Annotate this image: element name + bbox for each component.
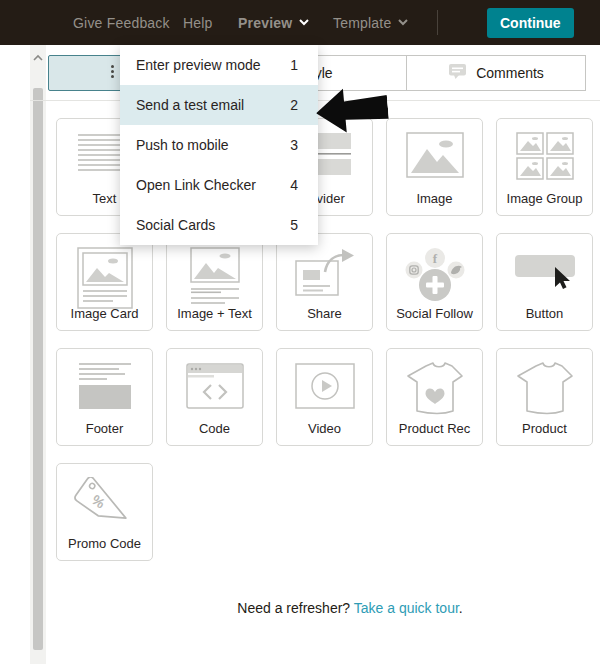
promo-tag-icon: %	[72, 477, 138, 537]
give-feedback-button[interactable]: Give Feedback	[73, 0, 170, 45]
scrollbar-thumb[interactable]	[33, 88, 43, 650]
comment-bubble-icon	[448, 63, 467, 83]
topbar-divider	[437, 10, 438, 35]
image-icon	[406, 132, 464, 178]
block-promo-code[interactable]: % Promo Code	[56, 463, 153, 561]
block-label: Image Card	[57, 306, 152, 321]
menu-item-shortcut: 2	[290, 97, 298, 113]
menu-item-shortcut: 1	[290, 57, 298, 73]
block-product-rec[interactable]: Product Rec	[386, 348, 483, 446]
scrollbar-track[interactable]	[30, 45, 46, 664]
dots-icon	[111, 65, 114, 78]
top-bar: Give Feedback Help Preview Template Cont…	[0, 0, 600, 45]
menu-item-label: Open Link Checker	[136, 177, 256, 193]
share-icon	[294, 247, 356, 299]
tab-comments[interactable]: Comments	[406, 55, 586, 91]
help-button[interactable]: Help	[183, 0, 213, 45]
tshirt-icon	[514, 362, 576, 418]
menu-item-open-link-checker[interactable]: Open Link Checker 4	[120, 165, 318, 205]
block-label: Product Rec	[387, 421, 482, 436]
image-group-icon	[516, 132, 574, 180]
menu-item-send-test-email[interactable]: Send a test email 2	[120, 85, 318, 125]
template-menu-label: Template	[333, 15, 391, 31]
menu-item-shortcut: 5	[290, 217, 298, 233]
block-image-text[interactable]: Image + Text	[166, 233, 263, 331]
menu-item-label: Enter preview mode	[136, 57, 261, 73]
block-label: Share	[277, 306, 372, 321]
tab-comments-label: Comments	[476, 65, 544, 81]
code-icon	[186, 362, 244, 410]
menu-item-label: Send a test email	[136, 97, 244, 113]
block-label: Image Group	[497, 191, 592, 206]
menu-item-enter-preview-mode[interactable]: Enter preview mode 1	[120, 45, 318, 85]
block-label: Code	[167, 421, 262, 436]
block-label: Image	[387, 191, 482, 206]
block-footer[interactable]: Footer	[56, 348, 153, 446]
menu-item-social-cards[interactable]: Social Cards 5	[120, 205, 318, 245]
menu-item-push-to-mobile[interactable]: Push to mobile 3	[120, 125, 318, 165]
menu-item-shortcut: 3	[290, 137, 298, 153]
block-label: Footer	[57, 421, 152, 436]
block-image-card[interactable]: Image Card	[56, 233, 153, 331]
menu-item-label: Push to mobile	[136, 137, 229, 153]
footer-icon	[77, 362, 133, 412]
refresher-hint: Need a refresher? Take a quick tour.	[150, 600, 550, 616]
menu-item-label: Social Cards	[136, 217, 215, 233]
svg-text:f: f	[432, 251, 437, 266]
image-text-icon	[187, 247, 243, 307]
template-menu-button[interactable]: Template	[333, 0, 408, 45]
preview-menu-button[interactable]: Preview	[238, 0, 309, 45]
block-image-group[interactable]: Image Group	[496, 118, 593, 216]
chevron-down-icon	[398, 19, 408, 26]
button-cursor-icon	[513, 247, 577, 295]
block-image[interactable]: Image	[386, 118, 483, 216]
block-code[interactable]: Code	[166, 348, 263, 446]
hint-text: Need a refresher?	[237, 600, 353, 616]
block-video[interactable]: Video	[276, 348, 373, 446]
continue-button[interactable]: Continue	[487, 8, 574, 38]
block-button[interactable]: Button	[496, 233, 593, 331]
block-label: Image + Text	[167, 306, 262, 321]
image-card-icon	[77, 247, 133, 309]
scrollbar-up-icon[interactable]	[33, 49, 43, 59]
video-play-icon	[294, 362, 356, 410]
block-label: Video	[277, 421, 372, 436]
block-label: Product	[497, 421, 592, 436]
preview-dropdown-menu: Enter preview mode 1 Send a test email 2…	[120, 45, 318, 245]
block-product[interactable]: Product	[496, 348, 593, 446]
chevron-down-icon	[299, 19, 309, 26]
block-share[interactable]: Share	[276, 233, 373, 331]
take-quick-tour-link[interactable]: Take a quick tour	[354, 600, 459, 616]
tshirt-heart-icon	[404, 362, 466, 418]
block-label: Social Follow	[387, 306, 482, 321]
block-label: Button	[497, 306, 592, 321]
menu-item-shortcut: 4	[290, 177, 298, 193]
preview-menu-label: Preview	[238, 15, 292, 31]
block-label: Promo Code	[57, 536, 152, 551]
social-follow-icon: f	[402, 247, 468, 303]
hint-suffix: .	[459, 600, 463, 616]
block-social-follow[interactable]: f Social Follow	[386, 233, 483, 331]
